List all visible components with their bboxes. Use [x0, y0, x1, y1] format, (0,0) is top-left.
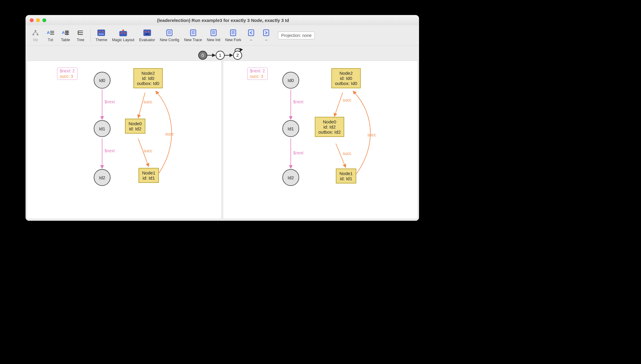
- trace-state-strip: 0 1 2: [26, 46, 419, 61]
- svg-point-2: [37, 34, 38, 35]
- magic-layout-label: Magic Layout: [112, 38, 134, 42]
- app-window: (leaderelection) Run example3 for exactl…: [26, 15, 419, 221]
- edge-label-succ: succ: [144, 99, 152, 104]
- new-config-label: New Config: [160, 38, 179, 42]
- viz-label: Viz: [33, 38, 38, 42]
- scroll-icon: [166, 29, 173, 37]
- id0-node[interactable]: Id0: [94, 72, 111, 89]
- close-window-button[interactable]: [30, 18, 34, 22]
- txt-button[interactable]: A Txt: [44, 27, 57, 44]
- node1-rect[interactable]: Node1 id: Id1: [138, 168, 159, 183]
- scroll-icon: [210, 29, 217, 37]
- evaluator-icon: [143, 29, 151, 37]
- edge-label-next: $next: [293, 150, 303, 155]
- node1-rect[interactable]: Node1 id: Id1: [336, 168, 356, 184]
- svg-rect-45: [230, 30, 236, 36]
- edge-label-next: $next: [105, 148, 115, 153]
- svg-text:1: 1: [219, 53, 221, 58]
- svg-point-27: [121, 34, 122, 35]
- svg-rect-32: [145, 33, 149, 35]
- svg-rect-37: [190, 30, 196, 36]
- svg-point-25: [121, 32, 123, 34]
- right-pane: $next: 2 succ: 3 Id0 Id1 Id2 $next $next…: [223, 61, 418, 219]
- edge-label-succ: succ: [343, 151, 351, 156]
- theme-icon: [97, 29, 105, 37]
- svg-rect-33: [167, 30, 172, 36]
- scroll-icon: [229, 29, 237, 37]
- tree-icon: [77, 29, 84, 37]
- new-fork-label: New Fork: [225, 38, 241, 42]
- node0-rect[interactable]: Node0 id: Id2 outbox: Id2: [315, 117, 344, 137]
- tree-label: Tree: [77, 38, 84, 42]
- edge-label-next: $next: [293, 99, 303, 104]
- toolbar: Viz A Txt A Table Tree Theme: [26, 25, 419, 46]
- theme-button[interactable]: Theme: [94, 27, 109, 44]
- id2-node[interactable]: Id2: [94, 169, 111, 186]
- prev-label: ←: [249, 38, 253, 42]
- new-init-button[interactable]: New Init: [205, 27, 222, 44]
- left-pane: $next: 2 succ: 3 Id0 Id1 Id2 $next $next…: [27, 61, 222, 219]
- evaluator-label: Evaluator: [139, 38, 155, 42]
- table-label: Table: [61, 38, 70, 42]
- edge-label-succ: succ: [165, 132, 174, 136]
- svg-rect-50: [263, 30, 269, 36]
- svg-rect-24: [120, 31, 127, 36]
- magic-layout-button[interactable]: Magic Layout: [110, 27, 136, 44]
- tree-button[interactable]: Tree: [74, 27, 87, 44]
- viz-panes: $next: 2 succ: 3 Id0 Id1 Id2 $next $next…: [26, 61, 419, 221]
- new-config-button[interactable]: New Config: [158, 27, 181, 44]
- svg-text:A: A: [62, 30, 65, 35]
- viz-icon: [32, 29, 39, 37]
- new-init-label: New Init: [207, 38, 220, 42]
- svg-point-0: [35, 30, 36, 32]
- projection-dropdown[interactable]: Projection: none: [278, 32, 315, 39]
- magic-layout-icon: [119, 29, 127, 37]
- arrow-right-icon: [262, 29, 270, 37]
- svg-point-26: [124, 32, 126, 34]
- new-fork-button[interactable]: New Fork: [223, 27, 243, 44]
- window-title: (leaderelection) Run example3 for exactl…: [46, 18, 400, 23]
- svg-point-30: [145, 31, 146, 32]
- theme-label: Theme: [96, 38, 107, 42]
- svg-text:A: A: [47, 30, 50, 35]
- table-icon: A: [62, 29, 69, 37]
- node0-rect[interactable]: Node0 id: Id2: [125, 119, 145, 134]
- next-state-button[interactable]: →: [259, 27, 273, 44]
- next-label: →: [264, 38, 268, 42]
- id1-node[interactable]: Id1: [282, 120, 299, 137]
- prev-state-button[interactable]: ←: [244, 27, 258, 44]
- id0-node[interactable]: Id0: [282, 72, 299, 89]
- state-summary-badge: $next: 2 succ: 3: [247, 68, 268, 80]
- svg-point-1: [32, 34, 34, 35]
- minimize-window-button[interactable]: [36, 18, 40, 22]
- svg-text:2: 2: [236, 53, 239, 58]
- id2-node[interactable]: Id2: [282, 169, 299, 186]
- svg-point-20: [99, 31, 101, 32]
- id1-node[interactable]: Id1: [94, 120, 111, 137]
- arrow-left-icon: [247, 29, 255, 37]
- fullscreen-window-button[interactable]: [42, 18, 46, 22]
- new-trace-label: New Trace: [184, 38, 202, 42]
- node2-rect[interactable]: Node2 id: Id0 outbox: Id0: [331, 68, 361, 88]
- table-button[interactable]: A Table: [59, 27, 72, 44]
- viz-button[interactable]: Viz: [29, 27, 42, 44]
- svg-point-31: [148, 31, 149, 32]
- node2-rect[interactable]: Node2 id: Id0 outbox: Id0: [133, 68, 163, 88]
- svg-rect-49: [248, 30, 254, 36]
- svg-rect-41: [211, 30, 216, 36]
- left-edges: [27, 61, 221, 219]
- edge-label-succ: succ: [343, 98, 351, 102]
- svg-point-28: [124, 34, 125, 35]
- svg-marker-23: [122, 29, 124, 31]
- new-trace-button[interactable]: New Trace: [182, 27, 204, 44]
- edge-label-succ: succ: [367, 132, 376, 137]
- svg-line-58: [138, 93, 145, 118]
- svg-line-62: [334, 93, 343, 117]
- state-summary-badge: $next: 2 succ: 3: [57, 68, 77, 80]
- svg-rect-19: [98, 30, 105, 36]
- edge-label-succ: succ: [144, 148, 152, 153]
- svg-rect-22: [99, 34, 104, 35]
- traffic-lights: [30, 18, 46, 22]
- right-edges: [223, 61, 418, 219]
- evaluator-button[interactable]: Evaluator: [137, 27, 157, 44]
